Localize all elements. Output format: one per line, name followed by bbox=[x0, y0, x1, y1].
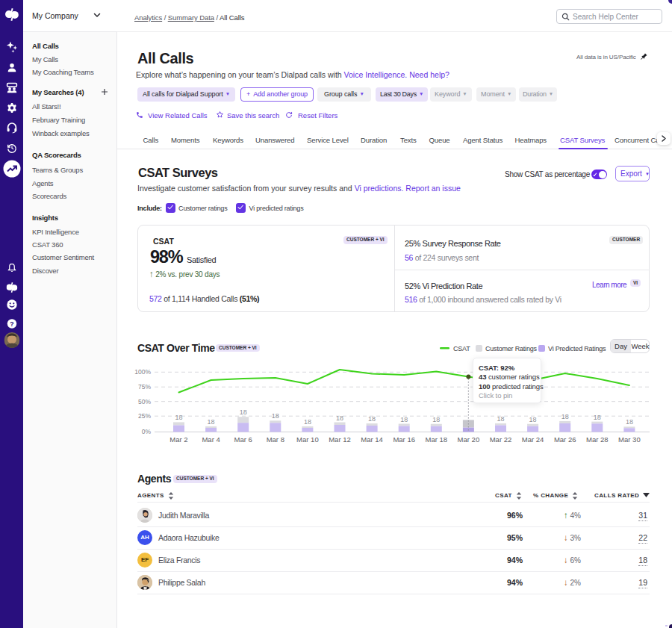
svg-text:Mar 8: Mar 8 bbox=[267, 435, 284, 444]
svg-text:18: 18 bbox=[561, 413, 569, 420]
svg-text:18: 18 bbox=[626, 418, 633, 426]
svg-text:18: 18 bbox=[368, 415, 376, 423]
svg-text:18: 18 bbox=[497, 415, 504, 423]
svg-text:Mar 18: Mar 18 bbox=[426, 435, 448, 444]
svg-text:18: 18 bbox=[529, 416, 537, 423]
svg-text:25%: 25% bbox=[138, 412, 151, 420]
svg-text:18: 18 bbox=[336, 414, 343, 422]
svg-text:Mar 6: Mar 6 bbox=[234, 435, 252, 444]
svg-text:?: ? bbox=[10, 320, 13, 328]
svg-text:18: 18 bbox=[400, 416, 408, 423]
svg-text:Mar 20: Mar 20 bbox=[458, 435, 480, 444]
svg-text:Mar 22: Mar 22 bbox=[490, 435, 512, 444]
svg-text:0%: 0% bbox=[142, 428, 152, 435]
svg-text:Mar 14: Mar 14 bbox=[361, 435, 383, 444]
svg-text:Mar 24: Mar 24 bbox=[522, 435, 544, 444]
svg-text:18: 18 bbox=[272, 412, 279, 420]
svg-text:Mar 26: Mar 26 bbox=[554, 435, 576, 444]
svg-text:Mar 28: Mar 28 bbox=[586, 435, 609, 444]
svg-text:Mar 10: Mar 10 bbox=[296, 435, 319, 444]
svg-text:Mar 2: Mar 2 bbox=[169, 435, 187, 444]
svg-text:18: 18 bbox=[175, 414, 182, 421]
svg-text:Mar 30: Mar 30 bbox=[618, 435, 641, 444]
svg-text:18: 18 bbox=[240, 408, 247, 416]
svg-text:18: 18 bbox=[432, 416, 440, 423]
svg-text:Mar 16: Mar 16 bbox=[393, 435, 415, 444]
svg-text:50%: 50% bbox=[138, 398, 151, 405]
svg-text:18: 18 bbox=[208, 418, 215, 426]
svg-text:Mar 4: Mar 4 bbox=[202, 435, 220, 444]
svg-text:100%: 100% bbox=[134, 368, 151, 376]
svg-text:18: 18 bbox=[304, 418, 311, 426]
svg-text:Mar 12: Mar 12 bbox=[329, 435, 351, 444]
svg-text:18: 18 bbox=[594, 414, 601, 421]
svg-text:75%: 75% bbox=[138, 383, 151, 391]
